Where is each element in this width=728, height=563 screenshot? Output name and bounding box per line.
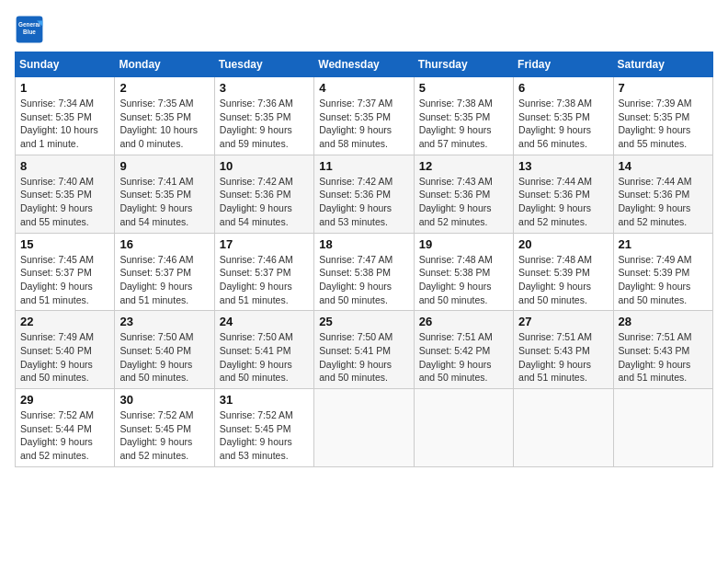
- calendar-cell: [314, 389, 414, 467]
- calendar-cell: 8Sunrise: 7:40 AM Sunset: 5:35 PM Daylig…: [16, 155, 115, 233]
- day-number: 2: [119, 81, 209, 95]
- calendar-cell: 6Sunrise: 7:38 AM Sunset: 5:35 PM Daylig…: [514, 77, 613, 155]
- calendar-cell: 5Sunrise: 7:38 AM Sunset: 5:35 PM Daylig…: [414, 77, 513, 155]
- day-number: 8: [20, 159, 109, 173]
- calendar-week-row: 29Sunrise: 7:52 AM Sunset: 5:44 PM Dayli…: [16, 389, 713, 467]
- day-info: Sunrise: 7:49 AM Sunset: 5:40 PM Dayligh…: [20, 330, 109, 385]
- svg-text:Blue: Blue: [23, 29, 36, 35]
- weekday-header: Monday: [115, 52, 214, 77]
- day-number: 18: [319, 237, 408, 251]
- calendar-week-row: 22Sunrise: 7:49 AM Sunset: 5:40 PM Dayli…: [16, 311, 713, 389]
- calendar-cell: 23Sunrise: 7:50 AM Sunset: 5:40 PM Dayli…: [115, 311, 214, 389]
- calendar-cell: 13Sunrise: 7:44 AM Sunset: 5:36 PM Dayli…: [514, 155, 613, 233]
- day-info: Sunrise: 7:47 AM Sunset: 5:38 PM Dayligh…: [319, 253, 408, 307]
- day-number: 12: [419, 159, 508, 173]
- day-info: Sunrise: 7:42 AM Sunset: 5:36 PM Dayligh…: [220, 175, 309, 229]
- calendar-week-row: 15Sunrise: 7:45 AM Sunset: 5:37 PM Dayli…: [16, 233, 713, 311]
- calendar-cell: 21Sunrise: 7:49 AM Sunset: 5:39 PM Dayli…: [613, 233, 712, 311]
- calendar-cell: 19Sunrise: 7:48 AM Sunset: 5:38 PM Dayli…: [414, 233, 513, 311]
- day-number: 14: [619, 159, 708, 173]
- day-info: Sunrise: 7:51 AM Sunset: 5:43 PM Dayligh…: [619, 330, 708, 385]
- weekday-header: Saturday: [613, 52, 712, 77]
- logo: General Blue: [15, 15, 48, 44]
- day-info: Sunrise: 7:50 AM Sunset: 5:40 PM Dayligh…: [119, 330, 209, 385]
- day-number: 25: [319, 315, 408, 328]
- calendar-cell: 24Sunrise: 7:50 AM Sunset: 5:41 PM Dayli…: [214, 311, 313, 389]
- day-info: Sunrise: 7:46 AM Sunset: 5:37 PM Dayligh…: [220, 253, 309, 307]
- day-info: Sunrise: 7:39 AM Sunset: 5:35 PM Dayligh…: [619, 97, 708, 151]
- day-info: Sunrise: 7:35 AM Sunset: 5:35 PM Dayligh…: [119, 97, 209, 151]
- day-number: 17: [220, 237, 309, 251]
- day-info: Sunrise: 7:49 AM Sunset: 5:39 PM Dayligh…: [619, 253, 708, 307]
- day-info: Sunrise: 7:36 AM Sunset: 5:35 PM Dayligh…: [220, 97, 309, 151]
- day-number: 4: [319, 81, 408, 95]
- calendar-cell: 4Sunrise: 7:37 AM Sunset: 5:35 PM Daylig…: [314, 77, 414, 155]
- day-info: Sunrise: 7:52 AM Sunset: 5:45 PM Dayligh…: [119, 408, 209, 463]
- day-number: 13: [518, 159, 608, 173]
- day-info: Sunrise: 7:44 AM Sunset: 5:36 PM Dayligh…: [518, 175, 608, 229]
- day-number: 19: [419, 237, 508, 251]
- day-number: 1: [20, 81, 109, 95]
- calendar-cell: 11Sunrise: 7:42 AM Sunset: 5:36 PM Dayli…: [314, 155, 414, 233]
- weekday-header: Wednesday: [314, 52, 414, 77]
- calendar-cell: 9Sunrise: 7:41 AM Sunset: 5:35 PM Daylig…: [115, 155, 214, 233]
- day-number: 20: [518, 237, 608, 251]
- calendar-cell: 31Sunrise: 7:52 AM Sunset: 5:45 PM Dayli…: [214, 389, 313, 467]
- day-number: 23: [119, 315, 209, 328]
- day-info: Sunrise: 7:50 AM Sunset: 5:41 PM Dayligh…: [220, 330, 309, 385]
- calendar-cell: 26Sunrise: 7:51 AM Sunset: 5:42 PM Dayli…: [414, 311, 513, 389]
- calendar-cell: 29Sunrise: 7:52 AM Sunset: 5:44 PM Dayli…: [16, 389, 115, 467]
- calendar-cell: 30Sunrise: 7:52 AM Sunset: 5:45 PM Dayli…: [115, 389, 214, 467]
- calendar-table: SundayMondayTuesdayWednesdayThursdayFrid…: [15, 52, 713, 467]
- day-info: Sunrise: 7:52 AM Sunset: 5:45 PM Dayligh…: [220, 408, 309, 463]
- day-number: 10: [220, 159, 309, 173]
- day-number: 27: [518, 315, 608, 328]
- logo-icon: General Blue: [15, 15, 44, 44]
- day-info: Sunrise: 7:46 AM Sunset: 5:37 PM Dayligh…: [119, 253, 209, 307]
- day-info: Sunrise: 7:48 AM Sunset: 5:39 PM Dayligh…: [518, 253, 608, 307]
- day-number: 30: [119, 393, 209, 407]
- weekday-header: Sunday: [16, 52, 115, 77]
- day-info: Sunrise: 7:38 AM Sunset: 5:35 PM Dayligh…: [518, 97, 608, 151]
- day-number: 9: [119, 159, 209, 173]
- day-info: Sunrise: 7:41 AM Sunset: 5:35 PM Dayligh…: [119, 175, 209, 229]
- day-number: 11: [319, 159, 408, 173]
- day-info: Sunrise: 7:51 AM Sunset: 5:42 PM Dayligh…: [419, 330, 508, 385]
- day-info: Sunrise: 7:48 AM Sunset: 5:38 PM Dayligh…: [419, 253, 508, 307]
- calendar-cell: 14Sunrise: 7:44 AM Sunset: 5:36 PM Dayli…: [613, 155, 712, 233]
- weekday-header: Tuesday: [214, 52, 313, 77]
- weekday-header: Friday: [514, 52, 613, 77]
- calendar-week-row: 8Sunrise: 7:40 AM Sunset: 5:35 PM Daylig…: [16, 155, 713, 233]
- day-number: 21: [619, 237, 708, 251]
- day-number: 29: [20, 393, 109, 407]
- day-number: 16: [119, 237, 209, 251]
- day-number: 15: [20, 237, 109, 251]
- calendar-cell: 27Sunrise: 7:51 AM Sunset: 5:43 PM Dayli…: [514, 311, 613, 389]
- day-number: 7: [619, 81, 708, 95]
- calendar-week-row: 1Sunrise: 7:34 AM Sunset: 5:35 PM Daylig…: [16, 77, 713, 155]
- day-number: 6: [518, 81, 608, 95]
- day-info: Sunrise: 7:42 AM Sunset: 5:36 PM Dayligh…: [319, 175, 408, 229]
- svg-text:General: General: [18, 21, 40, 28]
- calendar-cell: 18Sunrise: 7:47 AM Sunset: 5:38 PM Dayli…: [314, 233, 414, 311]
- day-info: Sunrise: 7:37 AM Sunset: 5:35 PM Dayligh…: [319, 97, 408, 151]
- day-number: 24: [220, 315, 309, 328]
- calendar-cell: 2Sunrise: 7:35 AM Sunset: 5:35 PM Daylig…: [115, 77, 214, 155]
- calendar-cell: [613, 389, 712, 467]
- day-info: Sunrise: 7:50 AM Sunset: 5:41 PM Dayligh…: [319, 330, 408, 385]
- calendar-header-row: SundayMondayTuesdayWednesdayThursdayFrid…: [16, 52, 713, 77]
- calendar-cell: 1Sunrise: 7:34 AM Sunset: 5:35 PM Daylig…: [16, 77, 115, 155]
- day-info: Sunrise: 7:38 AM Sunset: 5:35 PM Dayligh…: [419, 97, 508, 151]
- day-number: 31: [220, 393, 309, 407]
- calendar-cell: 10Sunrise: 7:42 AM Sunset: 5:36 PM Dayli…: [214, 155, 313, 233]
- day-info: Sunrise: 7:44 AM Sunset: 5:36 PM Dayligh…: [619, 175, 708, 229]
- day-info: Sunrise: 7:40 AM Sunset: 5:35 PM Dayligh…: [20, 175, 109, 229]
- calendar-cell: 28Sunrise: 7:51 AM Sunset: 5:43 PM Dayli…: [613, 311, 712, 389]
- day-info: Sunrise: 7:34 AM Sunset: 5:35 PM Dayligh…: [20, 97, 109, 151]
- calendar-cell: 7Sunrise: 7:39 AM Sunset: 5:35 PM Daylig…: [613, 77, 712, 155]
- page-header: General Blue: [15, 15, 713, 44]
- day-info: Sunrise: 7:51 AM Sunset: 5:43 PM Dayligh…: [518, 330, 608, 385]
- day-number: 22: [20, 315, 109, 328]
- calendar-cell: [414, 389, 513, 467]
- calendar-cell: 17Sunrise: 7:46 AM Sunset: 5:37 PM Dayli…: [214, 233, 313, 311]
